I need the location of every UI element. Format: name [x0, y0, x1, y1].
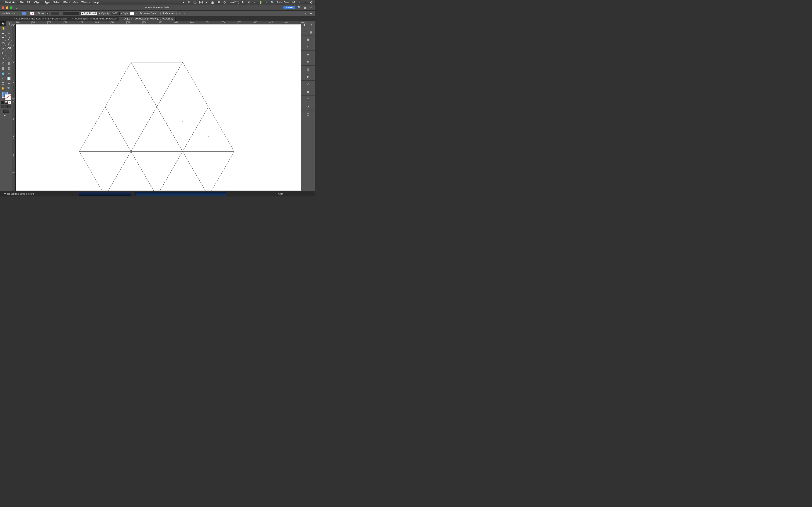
workspace-switcher-icon[interactable]: ▭: [309, 6, 313, 9]
cloud-icon[interactable]: ☁: [182, 1, 185, 4]
document-tab[interactable]: × Course image idea-5.ai @ 46.86 % (RGB/…: [11, 17, 70, 20]
home-icon[interactable]: ⌂: [16, 6, 17, 9]
magic-wand-tool[interactable]: ✨: [0, 26, 6, 31]
width-tool[interactable]: ⫞: [0, 56, 6, 61]
shape-builder-tool[interactable]: ⬡: [0, 61, 6, 66]
search-icon[interactable]: 🔍: [298, 6, 301, 9]
tray-icon[interactable]: ☕: [211, 1, 214, 4]
perspective-grid-tool[interactable]: ▦: [6, 61, 12, 66]
share-button[interactable]: Share: [283, 6, 295, 9]
isolate-icon[interactable]: ⊢: [309, 12, 313, 15]
menu-select[interactable]: Select: [53, 1, 60, 4]
bluetooth-icon[interactable]: ᚼ: [253, 1, 256, 4]
selection-tool[interactable]: [0, 21, 6, 26]
stroke-panel-icon[interactable]: ≡: [306, 60, 310, 64]
close-window-button[interactable]: [2, 6, 4, 9]
eyedropper-tool[interactable]: 💧: [0, 71, 6, 75]
preferences-button[interactable]: Preferences: [160, 11, 177, 15]
slice-tool[interactable]: ✂: [6, 81, 12, 86]
eraser-tool[interactable]: ⌫: [6, 46, 12, 51]
stroke-color-icon[interactable]: [5, 94, 11, 100]
zoom-tool[interactable]: 🔍: [6, 86, 12, 91]
swatches-panel-icon[interactable]: ▦: [306, 37, 310, 42]
fill-swatch[interactable]: [22, 12, 26, 15]
variable-width-profile[interactable]: [63, 12, 79, 15]
align-to-icon[interactable]: ⊯: [178, 12, 182, 15]
color-guide-panel-icon[interactable]: ▤: [309, 30, 313, 34]
scale-tool[interactable]: ⤢: [6, 51, 12, 56]
target-icon[interactable]: ◎: [223, 1, 226, 4]
sync-icon[interactable]: ⟳: [188, 1, 191, 4]
screen-mode-button[interactable]: [3, 110, 9, 113]
stroke-swatch[interactable]: [30, 12, 34, 15]
shaper-tool[interactable]: ✧: [0, 46, 6, 51]
battery-icon[interactable]: 🔋: [259, 1, 262, 4]
menu-effect[interactable]: Effect: [63, 1, 70, 4]
draw-normal-icon[interactable]: [1, 105, 4, 108]
opacity-dropdown[interactable]: ›: [121, 12, 122, 14]
menu-view[interactable]: View: [73, 1, 79, 4]
artboard-canvas[interactable]: [16, 24, 301, 191]
menu-edit[interactable]: Edit: [27, 1, 31, 4]
graphic-style-swatch[interactable]: [130, 12, 134, 15]
menu-type[interactable]: Type: [45, 1, 50, 4]
color-panel-icon[interactable]: ▭: [302, 30, 307, 34]
minimize-window-button[interactable]: [6, 6, 8, 9]
column-graph-tool[interactable]: 📊: [6, 76, 12, 80]
menu-help[interactable]: Help: [93, 1, 99, 4]
switch-icon[interactable]: ⦿: [292, 1, 295, 4]
draw-behind-icon[interactable]: [5, 105, 8, 108]
pen-tool[interactable]: ✒: [0, 31, 6, 36]
opacity-input[interactable]: 100%: [111, 12, 120, 15]
curvature-tool[interactable]: 〰: [6, 31, 12, 36]
draw-inside-icon[interactable]: [8, 105, 11, 108]
lasso-tool[interactable]: ⟆: [6, 26, 12, 31]
close-tab-icon[interactable]: ×: [72, 17, 73, 20]
appearance-panel-icon[interactable]: ☀: [306, 82, 310, 87]
hand-tool[interactable]: ✋: [0, 86, 6, 91]
mesh-tool[interactable]: ▩: [0, 66, 6, 71]
rotate-tool[interactable]: ↻: [0, 51, 6, 56]
free-transform-tool[interactable]: ⬚: [6, 56, 12, 61]
circle-icon[interactable]: ◯: [194, 1, 197, 4]
grid-icon[interactable]: ⊞: [217, 1, 220, 4]
record-icon[interactable]: ●: [205, 1, 208, 4]
asset-export-panel-icon[interactable]: ↗: [306, 104, 310, 109]
line-segment-tool[interactable]: ╱: [6, 36, 12, 41]
timemachine-icon[interactable]: ↻: [242, 1, 245, 4]
symbol-sprayer-tool[interactable]: ፨: [0, 76, 6, 80]
fill-stroke-control[interactable]: [2, 92, 11, 100]
menu-object[interactable]: Object: [34, 1, 42, 4]
transform-panel-icon[interactable]: ⊡: [303, 12, 307, 15]
graphic-styles-panel-icon[interactable]: ▣: [306, 90, 310, 94]
transparency-panel-icon[interactable]: ◐: [306, 74, 310, 79]
direct-selection-tool[interactable]: [6, 21, 12, 26]
document-tab[interactable]: × World map.ai* @ 65.93 % (RGB/Preview): [70, 17, 119, 20]
rectangle-tool[interactable]: ◯: [0, 41, 6, 46]
stroke-weight-dropdown[interactable]: ▾: [60, 12, 61, 14]
user-name[interactable]: Peter Bone: [277, 1, 289, 4]
artboard-tool[interactable]: ▢: [0, 81, 6, 86]
notion-icon[interactable]: N: [199, 1, 203, 4]
collapse-right-icon[interactable]: ››: [312, 17, 313, 19]
close-tab-icon[interactable]: ×: [14, 17, 15, 20]
stroke-weight-input[interactable]: ▴▾: [46, 12, 49, 15]
horizontal-ruler[interactable]: 2282402522642762883003123243363483603723…: [16, 21, 301, 24]
style-dropdown[interactable]: ▾: [136, 12, 137, 14]
menu-window[interactable]: Window: [81, 1, 90, 4]
gradient-tool[interactable]: ▥: [6, 66, 12, 71]
close-tab-icon[interactable]: ×: [121, 17, 122, 20]
fill-dropdown[interactable]: ▾: [28, 12, 29, 14]
none-mode-icon[interactable]: [8, 101, 11, 104]
blend-tool[interactable]: ⟐: [6, 71, 12, 75]
layers-panel-icon[interactable]: ☰: [306, 97, 310, 101]
fullscreen-window-button[interactable]: [10, 6, 12, 9]
libraries-panel-icon[interactable]: ⚙: [309, 22, 313, 27]
gradient-panel-icon[interactable]: ▥: [306, 67, 310, 71]
artwork-hexagon-grid[interactable]: [16, 24, 301, 191]
edit-toolbar-button[interactable]: •••: [4, 114, 8, 117]
control-center-icon[interactable]: ⚌: [304, 1, 307, 4]
app-menu[interactable]: Illustrator: [5, 1, 16, 4]
stroke-weight-value[interactable]: [51, 12, 59, 15]
document-tab[interactable]: × Logos 4 – Exercise.ai* @ 400 % (CMYK/O…: [119, 17, 175, 20]
